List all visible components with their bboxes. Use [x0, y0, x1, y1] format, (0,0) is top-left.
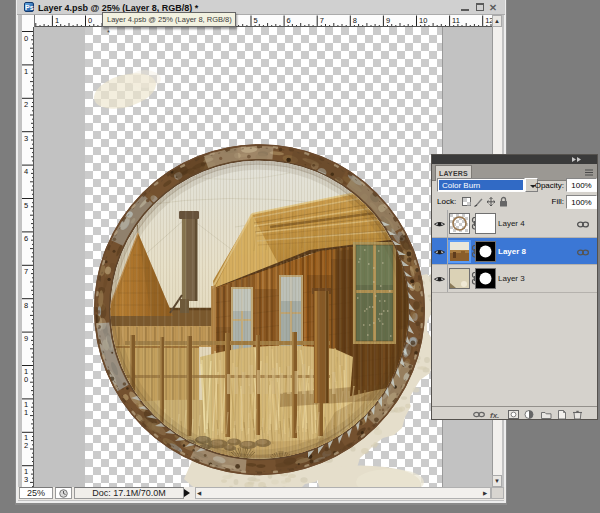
- svg-text:0: 0: [88, 16, 92, 25]
- svg-text:6: 6: [24, 234, 28, 243]
- svg-text:12: 12: [485, 16, 492, 25]
- svg-text:5: 5: [24, 201, 28, 210]
- svg-text:10: 10: [419, 16, 427, 25]
- svg-text:8: 8: [24, 301, 28, 310]
- svg-text:2: 2: [24, 100, 28, 109]
- svg-text:3: 3: [24, 134, 28, 143]
- svg-text:6: 6: [287, 16, 291, 25]
- svg-text:8: 8: [353, 16, 357, 25]
- svg-text:5: 5: [254, 16, 258, 25]
- svg-text:1: 1: [24, 408, 28, 417]
- svg-text:0: 0: [24, 375, 28, 384]
- svg-text:9: 9: [386, 16, 390, 25]
- svg-text:7: 7: [24, 267, 28, 276]
- svg-text:3: 3: [24, 475, 28, 484]
- svg-text:9: 9: [24, 334, 28, 343]
- svg-text:1: 1: [24, 67, 28, 76]
- svg-text:1: 1: [55, 16, 59, 25]
- svg-text:4: 4: [24, 167, 28, 176]
- svg-text:11: 11: [452, 16, 460, 25]
- svg-text:0: 0: [24, 34, 28, 43]
- svg-text:7: 7: [320, 16, 324, 25]
- svg-text:2: 2: [24, 441, 28, 450]
- svg-text:fx.: fx.: [490, 411, 499, 420]
